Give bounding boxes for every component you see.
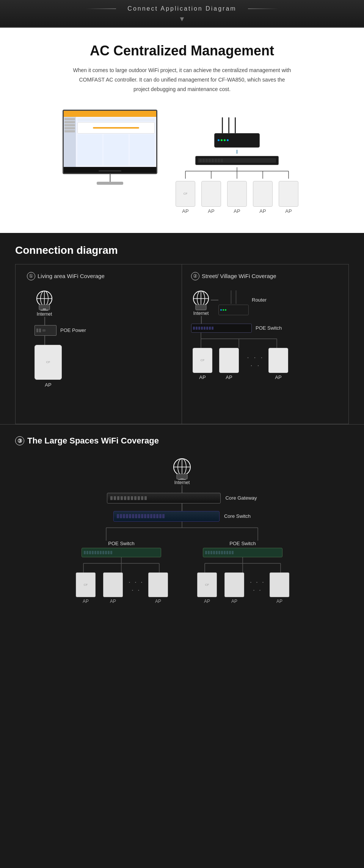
- ap-label-1: AP: [45, 382, 51, 388]
- ac-management-section: AC Centralized Management When it comes …: [0, 28, 364, 233]
- large-spaces-section: ③ The Large Spaces WiFi Coverage Interne…: [0, 424, 364, 627]
- right-poe-group: POE Switch: [193, 541, 292, 604]
- cell2-number: ②: [191, 272, 199, 280]
- diagram-cell-1: ① Living area WiFi Coverage: [16, 264, 182, 424]
- poe-switch-block: [191, 324, 252, 333]
- dots-middle: · · · · ·: [244, 354, 267, 370]
- globe-svg-2: [191, 289, 211, 311]
- router-group: [210, 117, 264, 148]
- ap-unit-2: AP: [201, 181, 221, 214]
- left-poe-group: POE Switch: [72, 541, 171, 604]
- right-poe-label-row: POE Switch: [229, 541, 256, 546]
- poe-switch-label: POE Switch: [256, 325, 282, 331]
- core-switch-row: Core Switch: [113, 511, 251, 522]
- poe-switches-row: POE Switch: [38, 541, 326, 604]
- svg-rect-28: [177, 474, 187, 479]
- ap-unit-3: AP: [227, 181, 247, 214]
- ac-diagram: CF AP AP AP AP AP: [23, 106, 341, 222]
- diagram-cell-2: ② Street/ Village WiFi Coverage Internet: [182, 264, 348, 424]
- large-title: ③ The Large Spaces WiFi Coverage: [15, 436, 349, 446]
- internet-large: Internet: [171, 457, 193, 485]
- right-ap-1: CF AP: [193, 572, 221, 604]
- large-diagram: Internet Core Gateway: [15, 457, 349, 604]
- ap-device-1: CF AP: [35, 345, 62, 388]
- ap-unit-c2-1: CF AP: [191, 348, 214, 380]
- left-ap-row: CF AP AP · · · · · AP: [72, 572, 171, 604]
- branch-lines-poe: [49, 522, 315, 541]
- connection-title: Connection diagram: [15, 244, 349, 256]
- cell1-flow: Internet POE Power CF AP: [27, 289, 174, 388]
- router-body: [214, 133, 260, 148]
- ap-unit-c2-2: AP: [214, 348, 244, 380]
- internet-label-1: Internet: [37, 311, 52, 317]
- svg-rect-18: [196, 305, 206, 310]
- right-ap-2: AP: [221, 572, 248, 604]
- ap-unit-1: CF AP: [176, 181, 195, 214]
- globe-svg-1: [35, 289, 54, 311]
- left-poe-block: [82, 548, 161, 557]
- internet-router-row: Internet Router: [191, 289, 341, 316]
- internet-icon-2: Internet: [191, 289, 211, 316]
- monitor-screen: [64, 111, 156, 167]
- monitor-frame: [63, 110, 157, 174]
- ap-unit-4: AP: [253, 181, 273, 214]
- internet-icon-1: Internet: [35, 289, 54, 317]
- monitor-group: [63, 110, 157, 185]
- monitor-base: [97, 182, 123, 185]
- right-ap-branches: [193, 557, 292, 572]
- large-number: ③: [15, 436, 24, 445]
- router-right: [218, 290, 249, 315]
- core-gateway-block: [107, 493, 221, 503]
- cell2-title: ② Street/ Village WiFi Coverage: [191, 272, 341, 280]
- ap-unit-5: AP: [279, 181, 298, 214]
- header-arrow: ▼: [0, 12, 364, 27]
- left-ap-2: AP: [99, 572, 127, 604]
- switch-row: [195, 156, 279, 165]
- core-gateway-label: Core Gateway: [225, 495, 257, 501]
- globe-svg-large: [171, 457, 193, 480]
- svg-rect-12: [43, 308, 46, 310]
- svg-rect-13: [41, 310, 48, 311]
- poe-power-label: POE Power: [60, 327, 86, 333]
- cell1-title: ① Living area WiFi Coverage: [27, 272, 174, 280]
- diagram-grid: ① Living area WiFi Coverage: [15, 264, 349, 424]
- header-banner: Connect Application Diagram ▼: [0, 0, 364, 28]
- core-switch-block: [113, 511, 220, 522]
- ap-unit-c2-3: AP: [267, 348, 290, 380]
- router-label: Router: [252, 297, 267, 303]
- right-ap-row: CF AP AP · · · · · AP: [193, 572, 292, 604]
- cell1-number: ①: [27, 272, 35, 280]
- header-title: Connect Application Diagram: [120, 5, 244, 12]
- monitor-stand: [110, 174, 111, 182]
- ap-connector-lines: [173, 167, 301, 179]
- right-equipment: CF AP AP AP AP AP: [173, 110, 301, 214]
- poe-power-row: POE Power: [35, 325, 86, 336]
- cell2-ap-row: CF AP AP · · · · · AP: [191, 348, 341, 380]
- connection-section: Connection diagram ① Living area WiFi Co…: [0, 233, 364, 424]
- right-dots: · · · · ·: [248, 578, 267, 594]
- ap-row: CF AP AP AP AP AP: [176, 181, 298, 214]
- core-gateway-row: Core Gateway: [107, 493, 257, 503]
- internet-label-2: Internet: [193, 311, 209, 316]
- poe-power-block: [35, 325, 56, 336]
- left-dots: · · · · ·: [127, 578, 146, 594]
- core-switch-label: Core Switch: [224, 513, 251, 519]
- internet-label-large: Internet: [174, 480, 190, 485]
- right-ap-3: AP: [267, 572, 292, 604]
- ac-title: AC Centralized Management: [23, 43, 341, 59]
- left-ap-3: AP: [146, 572, 171, 604]
- poe-switch-row: POE Switch: [191, 324, 341, 333]
- left-poe-label-row: POE Switch: [108, 541, 134, 546]
- ac-description: When it comes to large outdoor WiFi proj…: [72, 66, 292, 94]
- cell2-branch-lines: [191, 333, 297, 348]
- left-ap-branches: [72, 557, 171, 572]
- svg-rect-29: [180, 478, 184, 479]
- left-ap-1: CF AP: [72, 572, 99, 604]
- right-poe-block: [203, 548, 282, 557]
